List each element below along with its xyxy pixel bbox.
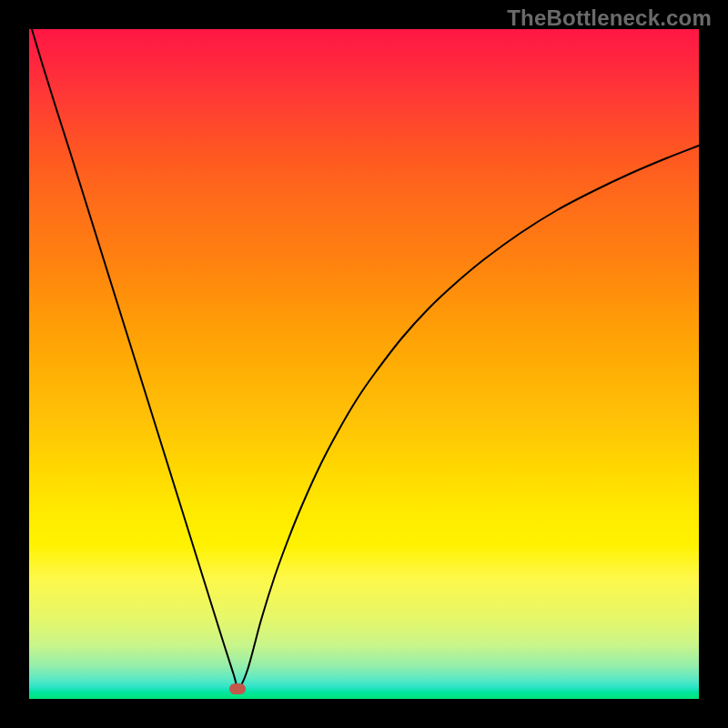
vertex-marker <box>229 683 246 694</box>
chart-container: TheBottleneck.com <box>0 0 728 728</box>
watermark-text: TheBottleneck.com <box>507 5 712 31</box>
bottleneck-curve <box>29 29 699 688</box>
curve-svg <box>29 29 699 699</box>
plot-area <box>29 29 699 699</box>
